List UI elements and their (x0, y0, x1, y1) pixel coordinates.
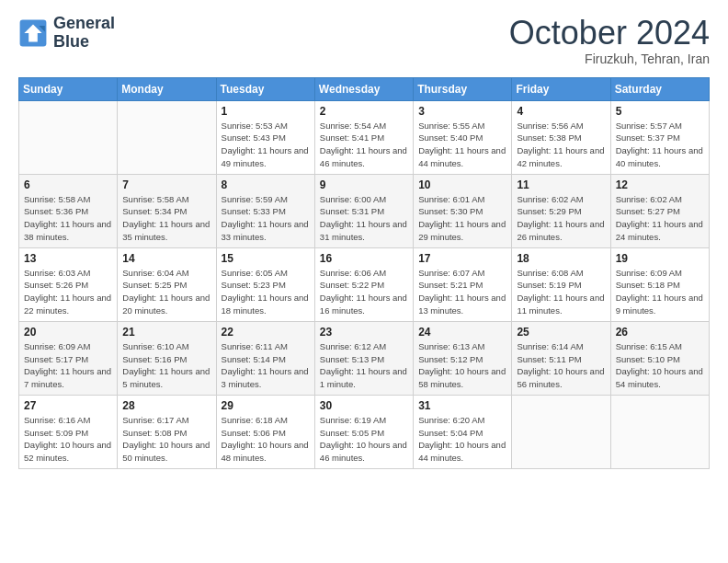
day-info: Sunrise: 6:18 AM Sunset: 5:06 PM Dayligh… (222, 414, 310, 465)
logo: General Blue (18, 15, 115, 52)
day-number: 18 (517, 252, 605, 265)
day-number: 16 (320, 252, 408, 265)
day-number: 5 (616, 105, 704, 118)
day-info: Sunrise: 5:55 AM Sunset: 5:40 PM Dayligh… (418, 120, 506, 170)
day-cell: 12Sunrise: 6:02 AM Sunset: 5:27 PM Dayli… (610, 174, 709, 247)
day-info: Sunrise: 5:58 AM Sunset: 5:36 PM Dayligh… (24, 193, 112, 244)
day-cell: 26Sunrise: 6:15 AM Sunset: 5:10 PM Dayli… (610, 321, 709, 395)
day-number: 29 (222, 399, 310, 412)
day-cell: 2Sunrise: 5:54 AM Sunset: 5:41 PM Daylig… (314, 100, 413, 174)
month-title: October 2024 (509, 15, 710, 52)
day-cell: 30Sunrise: 6:19 AM Sunset: 5:05 PM Dayli… (314, 395, 413, 468)
day-number: 31 (418, 399, 506, 412)
day-cell: 3Sunrise: 5:55 AM Sunset: 5:40 PM Daylig… (414, 100, 512, 174)
day-cell: 8Sunrise: 5:59 AM Sunset: 5:33 PM Daylig… (216, 174, 314, 247)
day-number: 12 (616, 178, 704, 191)
week-row-5: 27Sunrise: 6:16 AM Sunset: 5:09 PM Dayli… (19, 395, 710, 468)
day-cell (19, 100, 118, 174)
day-info: Sunrise: 6:11 AM Sunset: 5:14 PM Dayligh… (222, 340, 310, 391)
day-cell: 19Sunrise: 6:09 AM Sunset: 5:18 PM Dayli… (610, 247, 709, 321)
col-sunday: Sunday (19, 77, 118, 100)
day-cell: 31Sunrise: 6:20 AM Sunset: 5:04 PM Dayli… (414, 395, 512, 468)
day-info: Sunrise: 6:10 AM Sunset: 5:16 PM Dayligh… (122, 340, 210, 391)
day-cell (512, 395, 610, 468)
day-info: Sunrise: 6:03 AM Sunset: 5:26 PM Dayligh… (24, 267, 112, 317)
day-cell: 7Sunrise: 5:58 AM Sunset: 5:34 PM Daylig… (118, 174, 216, 247)
day-cell: 6Sunrise: 5:58 AM Sunset: 5:36 PM Daylig… (19, 174, 118, 247)
title-block: October 2024 Firuzkuh, Tehran, Iran (509, 15, 710, 66)
day-cell: 4Sunrise: 5:56 AM Sunset: 5:38 PM Daylig… (512, 100, 610, 174)
day-info: Sunrise: 6:04 AM Sunset: 5:25 PM Dayligh… (122, 267, 210, 317)
day-cell: 29Sunrise: 6:18 AM Sunset: 5:06 PM Dayli… (216, 395, 314, 468)
day-info: Sunrise: 5:59 AM Sunset: 5:33 PM Dayligh… (222, 193, 310, 244)
col-saturday: Saturday (610, 77, 709, 100)
week-row-3: 13Sunrise: 6:03 AM Sunset: 5:26 PM Dayli… (19, 247, 710, 321)
day-number: 19 (616, 252, 704, 265)
week-row-1: 1Sunrise: 5:53 AM Sunset: 5:43 PM Daylig… (19, 100, 710, 174)
day-cell (118, 100, 216, 174)
day-info: Sunrise: 6:15 AM Sunset: 5:10 PM Dayligh… (616, 340, 704, 391)
col-monday: Monday (118, 77, 216, 100)
day-number: 3 (418, 105, 506, 118)
day-number: 8 (222, 178, 310, 191)
day-info: Sunrise: 6:14 AM Sunset: 5:11 PM Dayligh… (517, 340, 605, 391)
day-number: 27 (24, 399, 112, 412)
day-info: Sunrise: 5:57 AM Sunset: 5:37 PM Dayligh… (616, 120, 704, 170)
day-cell: 16Sunrise: 6:06 AM Sunset: 5:22 PM Dayli… (314, 247, 413, 321)
day-number: 1 (222, 105, 310, 118)
day-info: Sunrise: 6:17 AM Sunset: 5:08 PM Dayligh… (122, 414, 210, 465)
day-cell: 27Sunrise: 6:16 AM Sunset: 5:09 PM Dayli… (19, 395, 118, 468)
week-row-2: 6Sunrise: 5:58 AM Sunset: 5:36 PM Daylig… (19, 174, 710, 247)
day-number: 2 (320, 105, 408, 118)
day-number: 11 (517, 178, 605, 191)
day-cell: 28Sunrise: 6:17 AM Sunset: 5:08 PM Dayli… (118, 395, 216, 468)
day-info: Sunrise: 5:53 AM Sunset: 5:43 PM Dayligh… (222, 120, 310, 170)
day-info: Sunrise: 6:13 AM Sunset: 5:12 PM Dayligh… (418, 340, 506, 391)
day-info: Sunrise: 6:02 AM Sunset: 5:29 PM Dayligh… (517, 193, 605, 244)
day-number: 20 (24, 326, 112, 339)
day-cell: 23Sunrise: 6:12 AM Sunset: 5:13 PM Dayli… (314, 321, 413, 395)
day-cell: 5Sunrise: 5:57 AM Sunset: 5:37 PM Daylig… (610, 100, 709, 174)
day-info: Sunrise: 6:09 AM Sunset: 5:18 PM Dayligh… (616, 267, 704, 317)
day-number: 13 (24, 252, 112, 265)
day-info: Sunrise: 6:19 AM Sunset: 5:05 PM Dayligh… (320, 414, 408, 465)
col-tuesday: Tuesday (216, 77, 314, 100)
header-row: Sunday Monday Tuesday Wednesday Thursday… (19, 77, 710, 100)
day-info: Sunrise: 6:05 AM Sunset: 5:23 PM Dayligh… (222, 267, 310, 317)
day-cell: 18Sunrise: 6:08 AM Sunset: 5:19 PM Dayli… (512, 247, 610, 321)
day-info: Sunrise: 6:02 AM Sunset: 5:27 PM Dayligh… (616, 193, 704, 244)
day-info: Sunrise: 6:12 AM Sunset: 5:13 PM Dayligh… (320, 340, 408, 391)
day-number: 30 (320, 399, 408, 412)
day-cell: 20Sunrise: 6:09 AM Sunset: 5:17 PM Dayli… (19, 321, 118, 395)
week-row-4: 20Sunrise: 6:09 AM Sunset: 5:17 PM Dayli… (19, 321, 710, 395)
day-info: Sunrise: 5:58 AM Sunset: 5:34 PM Dayligh… (122, 193, 210, 244)
day-number: 6 (24, 178, 112, 191)
day-info: Sunrise: 6:08 AM Sunset: 5:19 PM Dayligh… (517, 267, 605, 317)
day-number: 7 (122, 178, 210, 191)
day-number: 15 (222, 252, 310, 265)
day-number: 10 (418, 178, 506, 191)
day-info: Sunrise: 5:54 AM Sunset: 5:41 PM Dayligh… (320, 120, 408, 170)
day-cell: 13Sunrise: 6:03 AM Sunset: 5:26 PM Dayli… (19, 247, 118, 321)
page: General Blue October 2024 Firuzkuh, Tehr… (0, 0, 728, 484)
day-number: 4 (517, 105, 605, 118)
day-cell: 11Sunrise: 6:02 AM Sunset: 5:29 PM Dayli… (512, 174, 610, 247)
day-info: Sunrise: 6:20 AM Sunset: 5:04 PM Dayligh… (418, 414, 506, 465)
day-cell (610, 395, 709, 468)
calendar-table: Sunday Monday Tuesday Wednesday Thursday… (18, 77, 710, 469)
day-cell: 21Sunrise: 6:10 AM Sunset: 5:16 PM Dayli… (118, 321, 216, 395)
day-number: 9 (320, 178, 408, 191)
day-number: 28 (122, 399, 210, 412)
col-wednesday: Wednesday (314, 77, 413, 100)
day-number: 23 (320, 326, 408, 339)
day-info: Sunrise: 6:07 AM Sunset: 5:21 PM Dayligh… (418, 267, 506, 317)
subtitle: Firuzkuh, Tehran, Iran (509, 52, 710, 66)
day-cell: 25Sunrise: 6:14 AM Sunset: 5:11 PM Dayli… (512, 321, 610, 395)
day-number: 22 (222, 326, 310, 339)
day-number: 21 (122, 326, 210, 339)
day-info: Sunrise: 6:01 AM Sunset: 5:30 PM Dayligh… (418, 193, 506, 244)
day-cell: 1Sunrise: 5:53 AM Sunset: 5:43 PM Daylig… (216, 100, 314, 174)
day-info: Sunrise: 6:16 AM Sunset: 5:09 PM Dayligh… (24, 414, 112, 465)
logo-icon (18, 18, 48, 48)
day-info: Sunrise: 5:56 AM Sunset: 5:38 PM Dayligh… (517, 120, 605, 170)
